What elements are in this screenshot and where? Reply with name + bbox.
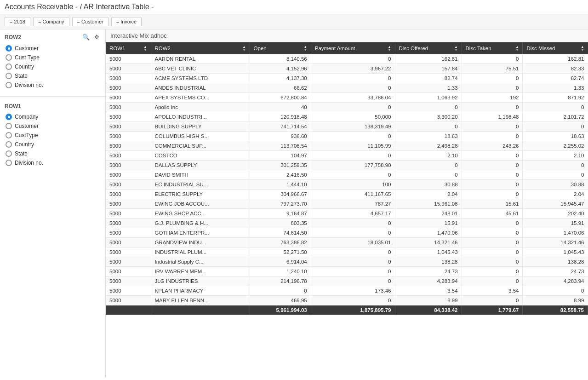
table-row[interactable]: 5000DAVID SMITH2,416.500000: [106, 170, 588, 180]
td-disc_missed-9: 2,255.02: [523, 141, 588, 151]
th-payment[interactable]: Payment Amount▲▼: [311, 42, 395, 54]
sidebar-row2-label-2: Country: [15, 63, 34, 70]
filter-customer-button[interactable]: = Customer: [72, 17, 108, 26]
td-open-2: 4,137.30: [250, 74, 311, 83]
th-row1[interactable]: ROW1▲▼: [106, 42, 151, 54]
th-row2[interactable]: ROW2▲▼: [151, 42, 250, 54]
filter-year-button[interactable]: = 2018: [5, 17, 30, 26]
sort-up-disc_taken: ▲: [516, 45, 519, 48]
sidebar-row2-item-4[interactable]: Division no.: [5, 81, 101, 90]
th-disc_offered[interactable]: Disc Offered▲▼: [395, 42, 462, 54]
td-open-4: 672,800.84: [250, 93, 311, 103]
filter-company-button[interactable]: = Company: [33, 17, 69, 26]
th-open[interactable]: Open▲▼: [250, 42, 311, 54]
table-row[interactable]: 5000APEX SYSTEMS CO...672,800.8433,786.0…: [106, 93, 588, 103]
sidebar-row1-label-5: Division no.: [15, 160, 43, 166]
table-row[interactable]: 5000APOLLO INDUSTRI...120,918.4850,0003,…: [106, 112, 588, 122]
td-disc_missed-20: 1,045.43: [523, 248, 588, 257]
sort-arrows-payment: ▲▼: [388, 45, 391, 52]
table-row[interactable]: 5000JLG INDUSTRIES214,196.7804,283.9404,…: [106, 276, 588, 286]
sidebar-row1-label-0: Company: [15, 114, 38, 120]
table-row[interactable]: 5000GOTHAM ENTERPR...74,614.5001,470.060…: [106, 228, 588, 238]
sidebar-row1-item-0[interactable]: Company: [5, 112, 101, 121]
table-row[interactable]: 5000Apollo Inc400000: [106, 103, 588, 112]
table-row[interactable]: 5000ELECTRIC SUPPLY304,966.67411,167.652…: [106, 190, 588, 199]
table-row[interactable]: 5000IRV WARREN MEM...1,240.10024.73024.7…: [106, 267, 588, 276]
table-row[interactable]: 5000COMMERCIAL SUP...113,708.5411,105.99…: [106, 141, 588, 151]
radio-row2-1: [6, 54, 12, 61]
td-payment-3: 0: [311, 83, 395, 93]
table-row[interactable]: 5000KPLAN PHARMACY0173.463.543.540: [106, 286, 588, 296]
sort-up-open: ▲: [304, 45, 307, 48]
td-disc_taken-19: 0: [462, 238, 523, 248]
table-row[interactable]: 5000AARON RENTAL8,140.560162.810162.81: [106, 54, 588, 64]
table-row[interactable]: 5000DALLAS SUPPLY301,259.35177,758.90000: [106, 161, 588, 170]
td-disc_taken-14: 0: [462, 190, 523, 199]
sort-arrows-disc_missed: ▲▼: [581, 45, 584, 52]
td-payment-25: 0: [311, 296, 395, 305]
table-row[interactable]: 5000ABC VET CLINIC4,152.963,967.22157.84…: [106, 64, 588, 74]
sort-arrows-open: ▲▼: [304, 45, 307, 52]
td-payment-0: 0: [311, 54, 395, 64]
table-row[interactable]: 5000ACME SYSTEMS LTD4,137.30082.74082.74: [106, 74, 588, 83]
table-row[interactable]: 5000Industrial Supply C...6,914.040138.2…: [106, 257, 588, 267]
sidebar-row2-header: ROW2 🔍 ✥: [5, 33, 101, 41]
tfoot-row2: [151, 305, 250, 315]
td-disc_taken-17: 0: [462, 219, 523, 228]
sidebar-row1-item-2[interactable]: CustType: [5, 131, 101, 140]
table-row[interactable]: 5000MARY ELLEN BENN...469.9508.9908.99: [106, 296, 588, 305]
sidebar-row2-item-3[interactable]: State: [5, 71, 101, 81]
table-row[interactable]: 5000EC INDUSTRIAL SU...1,444.1010030.880…: [106, 180, 588, 190]
radio-row1-0: [6, 114, 12, 120]
filter-invoice-button[interactable]: = Invoice: [111, 17, 142, 26]
sidebar-row2-item-2[interactable]: Country: [5, 62, 101, 71]
search-icon-btn[interactable]: 🔍: [81, 33, 91, 41]
th-disc_taken[interactable]: Disc Taken▲▼: [462, 42, 523, 54]
td-open-14: 304,966.67: [250, 190, 311, 199]
sidebar-row1-item-3[interactable]: Country: [5, 140, 101, 149]
td-disc_missed-16: 202.40: [523, 209, 588, 219]
sidebar-row1-item-5[interactable]: Division no.: [5, 158, 101, 167]
radio-row2-4: [6, 82, 12, 88]
sidebar-row1-item-4[interactable]: State: [5, 149, 101, 158]
table-row[interactable]: 5000GRANDVIEW INDU...763,386.8218,035.01…: [106, 238, 588, 248]
td-row1-21: 5000: [106, 257, 151, 267]
sort-up-disc_offered: ▲: [455, 45, 458, 48]
expand-icon-btn[interactable]: ✥: [93, 33, 101, 41]
table-container[interactable]: ROW1▲▼ROW2▲▼Open▲▼Payment Amount▲▼Disc O…: [106, 42, 588, 377]
td-row1-12: 5000: [106, 170, 151, 180]
sort-arrows-disc_offered: ▲▼: [455, 45, 458, 52]
td-disc_missed-7: 0: [523, 122, 588, 132]
td-row2-11: DALLAS SUPPLY: [151, 161, 250, 170]
td-disc_offered-13: 30.88: [395, 180, 462, 190]
table-row[interactable]: 5000EWING SHOP ACC...9,164.874,657.17248…: [106, 209, 588, 219]
table-footer-row: 5,961,994.031,875,895.7984,338.421,779.6…: [106, 305, 588, 315]
td-row2-23: JLG INDUSTRIES: [151, 276, 250, 286]
td-row1-7: 5000: [106, 122, 151, 132]
main-layout: ROW2 🔍 ✥ CustomerCust TypeCountryStateDi…: [0, 29, 588, 377]
table-row[interactable]: 5000INDUSTRIAL PLUM...52,271.5001,045.43…: [106, 248, 588, 257]
td-row1-18: 5000: [106, 228, 151, 238]
table-row[interactable]: 5000ANDES INDUSTRIAL66.6201.3301.33: [106, 83, 588, 93]
table-row[interactable]: 5000G.J. PLUMBING & H...803.35015.91015.…: [106, 219, 588, 228]
th-disc_missed[interactable]: Disc Missed▲▼: [523, 42, 588, 54]
td-disc_taken-23: 0: [462, 276, 523, 286]
td-row2-16: EWING SHOP ACC...: [151, 209, 250, 219]
sidebar-row2-item-0[interactable]: Customer: [5, 44, 101, 53]
table-row[interactable]: 5000COLUMBUS HIGH S...936.60018.63018.63: [106, 132, 588, 141]
sidebar-row2-item-1[interactable]: Cust Type: [5, 53, 101, 62]
td-open-11: 301,259.35: [250, 161, 311, 170]
td-disc_taken-7: 0: [462, 122, 523, 132]
table-row[interactable]: 5000EWING JOB ACCOU...797,273.70787.2715…: [106, 199, 588, 209]
td-disc_taken-16: 45.61: [462, 209, 523, 219]
td-disc_offered-2: 82.74: [395, 74, 462, 83]
sidebar-row1-item-1[interactable]: Customer: [5, 121, 101, 131]
td-disc_taken-22: 0: [462, 267, 523, 276]
table-row[interactable]: 5000BUILDING SUPPLY741,714.54138,319.490…: [106, 122, 588, 132]
td-disc_taken-11: 0: [462, 161, 523, 170]
sidebar-row2-items: CustomerCust TypeCountryStateDivision no…: [5, 44, 101, 90]
td-open-22: 1,240.10: [250, 267, 311, 276]
td-row2-12: DAVID SMITH: [151, 170, 250, 180]
table-row[interactable]: 5000COSTCO104.9702.1002.10: [106, 151, 588, 161]
sidebar-row2-label-4: Division no.: [15, 82, 43, 88]
